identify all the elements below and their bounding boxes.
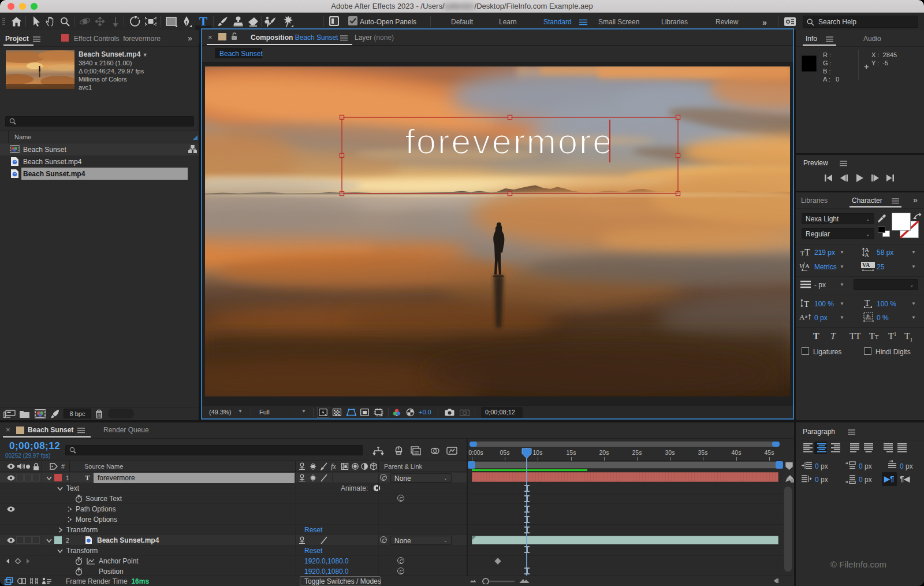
svg-text:A: A: [865, 251, 869, 258]
svg-text:a: a: [805, 313, 807, 319]
svg-text:あ: あ: [866, 313, 871, 319]
svg-text:VA: VA: [862, 262, 870, 268]
svg-text:T: T: [800, 250, 804, 256]
svg-text:A: A: [799, 313, 805, 321]
svg-text:T: T: [804, 299, 809, 308]
svg-text:T: T: [804, 247, 810, 256]
svg-text:A: A: [805, 262, 810, 269]
svg-text:fx: fx: [331, 462, 336, 470]
svg-text:forevermore: forevermore: [405, 121, 614, 161]
svg-text:T: T: [865, 298, 870, 307]
